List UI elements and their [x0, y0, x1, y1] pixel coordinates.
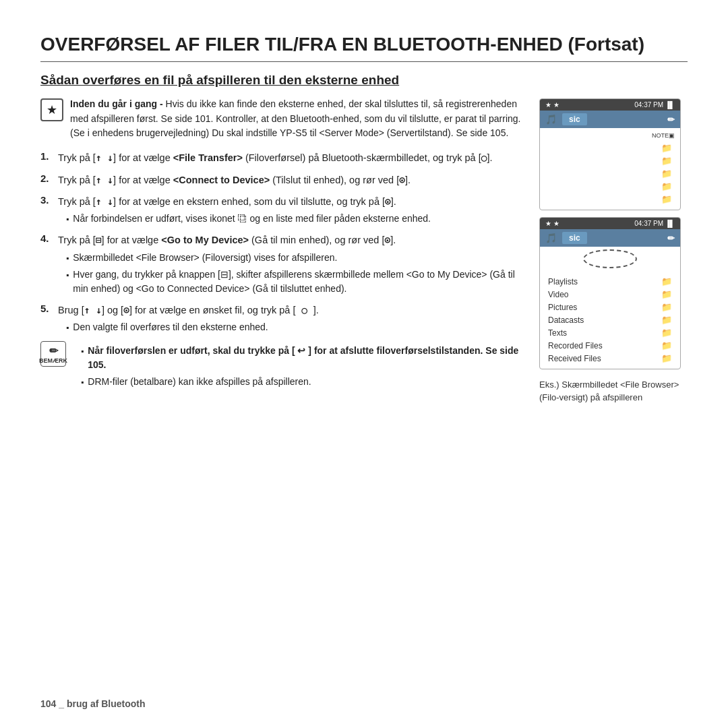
page-footer: 104 _ brug af Bluetooth [40, 698, 146, 709]
device-screen-1: ★ ★ 04:37 PM ▐▌ 🎵 sic ✏ NOTE▣ 📁 📁 📁 📁 📁 [539, 98, 681, 210]
step-3-num: 3. [40, 194, 53, 206]
main-title: OVERFØRSEL AF FILER TIL/FRA EN BLUETOOTH… [40, 32, 688, 62]
folder-list: Playlists📁 Video📁 Pictures📁 Datacasts📁 T… [545, 275, 675, 365]
step-3-sub: Når forbindelsen er udført, vises ikonet… [66, 212, 431, 226]
sub-title: Sådan overføres en fil på afspilleren ti… [40, 73, 688, 88]
step-2-num: 2. [40, 173, 53, 184]
step-1: 1. Tryk på [↑ ↓] for at vælge <File Tran… [40, 150, 526, 165]
device-edit-icon-2: ✏ [667, 233, 675, 243]
bemærk-bold: Når filoverførslen er udført, skal du tr… [88, 344, 526, 372]
step-4-sub1: Skærmbilledet <File Browser> (Filoversig… [66, 251, 526, 265]
device-topbar-1: ★ ★ 04:37 PM ▐▌ [540, 99, 680, 111]
step-4: 4. Tryk på [⊟] for at vælge <Go to My De… [40, 233, 526, 295]
folder-row-5: 📁 [545, 193, 675, 206]
folder-row-3: 📁 [545, 167, 675, 180]
step-5-num: 5. [40, 303, 53, 314]
device-edit-icon: ✏ [667, 115, 675, 125]
device-icon-2: 🎵 [545, 233, 557, 243]
folder-video: Video📁 [545, 288, 675, 301]
step-4-content: Tryk på [⊟] for at vælge <Go to My Devic… [58, 233, 526, 295]
left-column: ★ Inden du går i gang - Hvis du ikke kan… [40, 97, 526, 404]
step-5-sub: Den valgte fil overføres til den ekstern… [66, 320, 319, 334]
folder-playlists: Playlists📁 [545, 275, 675, 288]
folder-row-4: 📁 [545, 180, 675, 193]
step-3-content: Tryk på [↑ ↓] for at vælge en ekstern en… [58, 194, 431, 226]
step-5: 5. Brug [↑ ↓] og [⊙] for at vælge en øns… [40, 303, 526, 334]
step-3: 3. Tryk på [↑ ↓] for at vælge en ekstern… [40, 194, 526, 226]
bemærk-text: Når filoverførslen er udført, skal du tr… [73, 341, 526, 389]
folder-received: Received Files📁 [545, 352, 675, 365]
device-tab-2: sic [562, 232, 587, 244]
device-topbar-2: ★ ★ 04:37 PM ▐▌ [540, 218, 680, 229]
bemærk-icon: ✏ BEMÆRK [40, 341, 66, 367]
bemærk-line2: DRM-filer (betalbare) kan ikke afspilles… [81, 375, 526, 389]
device-tab-1: sic [562, 113, 587, 125]
folder-row-2: 📁 [545, 154, 675, 167]
device-icon-1: 🎵 [545, 114, 557, 125]
device-body-2: Playlists📁 Video📁 Pictures📁 Datacasts📁 T… [540, 247, 680, 369]
step-2: 2. Tryk på [↑ ↓] for at vælge <Connect t… [40, 173, 526, 187]
step-1-content: Tryk på [↑ ↓] for at vælge <File Transfe… [58, 150, 492, 165]
star-icon: ★ [40, 98, 63, 121]
bemærk-box: ✏ BEMÆRK Når filoverførslen er udført, s… [40, 341, 526, 389]
folder-datacasts: Datacasts📁 [545, 313, 675, 326]
folder-recorded: Recorded Files📁 [545, 339, 675, 352]
topbar-right-1: 04:37 PM ▐▌ [634, 101, 675, 109]
right-column: ★ ★ 04:37 PM ▐▌ 🎵 sic ✏ NOTE▣ 📁 📁 📁 📁 📁 [539, 97, 688, 404]
device-note-label: NOTE▣ [545, 132, 675, 139]
note-box: ★ Inden du går i gang - Hvis du ikke kan… [40, 97, 526, 141]
step-2-content: Tryk på [↑ ↓] for at vælge <Connect to D… [58, 173, 411, 187]
topbar-right-2: 04:37 PM ▐▌ [634, 220, 675, 227]
highlight-circle [583, 249, 637, 268]
device-tabbar-1: 🎵 sic ✏ [540, 111, 680, 128]
topbar-left-1: ★ ★ [545, 101, 559, 109]
device-tabbar-2: 🎵 sic ✏ [540, 229, 680, 247]
device-screen-2: ★ ★ 04:37 PM ▐▌ 🎵 sic ✏ Playlists📁 Video… [539, 217, 681, 369]
step-5-content: Brug [↑ ↓] og [⊙] for at vælge en ønsket… [58, 303, 319, 334]
folder-texts: Texts📁 [545, 326, 675, 339]
step-1-num: 1. [40, 150, 53, 162]
step-4-sub2: Hver gang, du trykker på knappen [⊟], sk… [66, 268, 526, 296]
folder-row-1: 📁 [545, 142, 675, 154]
content-area: ★ Inden du går i gang - Hvis du ikke kan… [40, 97, 688, 404]
note-bold: Inden du går i gang - [70, 98, 163, 109]
bemærk-line1: Når filoverførslen er udført, skal du tr… [81, 344, 526, 372]
step-4-num: 4. [40, 233, 53, 244]
page: OVERFØRSEL AF FILER TIL/FRA EN BLUETOOTH… [0, 0, 728, 728]
caption-text: Eks.) Skærmbilledet <File Browser> (Filo… [539, 379, 688, 404]
topbar-left-2: ★ ★ [545, 220, 559, 227]
note-text: Inden du går i gang - Hvis du ikke kan f… [70, 97, 526, 141]
device-body-1: NOTE▣ 📁 📁 📁 📁 📁 [540, 128, 680, 210]
folder-pictures: Pictures📁 [545, 301, 675, 313]
